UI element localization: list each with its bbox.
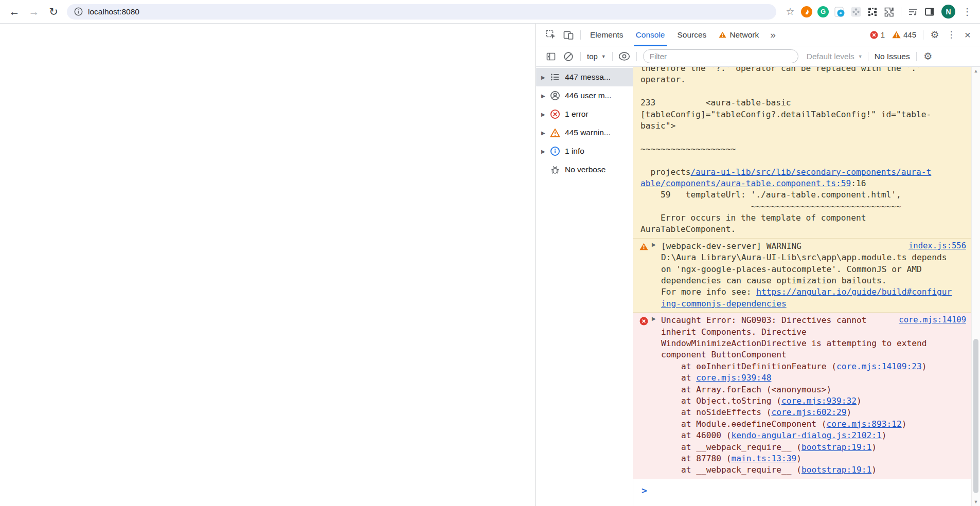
toolbar-divider [901,7,901,16]
tab-label: Sources [678,30,707,40]
console-link[interactable]: https://angular.io/guide/build#configur [756,287,952,297]
live-expression-eye-icon[interactable] [616,48,633,65]
console-toolbar-divider-5 [916,52,917,61]
sidebar-item-info[interactable]: ▶1 info [536,142,633,160]
more-tabs-chevron[interactable]: » [765,29,781,41]
console-filter-input[interactable] [643,49,798,63]
console-text: therefore the '?.' operator can be repla… [640,67,921,73]
expand-triangle-icon[interactable]: ▶ [652,316,656,321]
console-settings-icon[interactable]: ⚙ [920,50,936,62]
console-link[interactable]: core.mjs:939:32 [781,396,857,406]
page-content[interactable] [0,24,536,506]
expand-triangle-icon[interactable]: ▶ [541,93,550,99]
log-levels-dropdown[interactable]: Default levels ▼ [805,52,865,61]
console-link[interactable]: core.mjs:14109:23 [836,362,922,371]
tab-console[interactable]: Console [630,24,671,46]
source-location-link[interactable]: core.mjs:14109 [899,315,966,324]
console-text: ) [847,407,852,417]
sidebar-item-verbose[interactable]: No verbose [536,160,633,179]
console-link[interactable]: /aura-ui-lib/src/lib/secondary-component… [690,167,931,177]
console-text: at Array.forEach (<anonymous>) [661,385,831,394]
console-text: AuraTableComponent. [640,224,736,234]
browser-menu-icon[interactable]: ⋮ [959,4,975,20]
extensions-puzzle-icon[interactable] [881,4,897,20]
scrollbar-thumb[interactable] [973,339,978,493]
extension-gray-flower-icon[interactable] [848,4,864,20]
extension-orange-icon[interactable] [799,4,814,20]
sidebar-item-errors[interactable]: ▶1 error [536,105,633,123]
back-button[interactable]: ← [5,3,24,21]
forward-button[interactable]: → [25,3,43,21]
reading-list-icon[interactable] [905,4,921,20]
tab-sources[interactable]: Sources [671,24,713,46]
console-text: at Object.toString ( [661,396,781,406]
extension-grid-icon[interactable] [865,4,880,20]
url-bar[interactable]: localhost:8080 [67,4,776,20]
chevron-down-icon: ▼ [858,54,863,59]
console-text: at 46000 ( [661,430,731,440]
bookmark-star-icon[interactable]: ☆ [782,4,798,20]
site-info-icon[interactable] [74,7,83,16]
console-link[interactable]: able/components/aura-table.component.ts:… [640,178,851,188]
warning-count-badge[interactable]: 445 [892,30,916,39]
console-link[interactable]: bootstrap:19:1 [801,442,871,452]
console-text: at 87780 ( [661,454,731,463]
tab-label: Elements [590,30,623,40]
expand-triangle-icon[interactable]: ▶ [541,75,550,80]
console-link[interactable]: core.mjs:939:48 [696,373,771,383]
url-text: localhost:8080 [88,7,139,16]
extension-blue-arrow-icon[interactable] [832,4,847,20]
console-text: at noSideEffects ( [661,407,771,417]
error-count-badge[interactable]: 1 [870,30,885,39]
console-prompt-row[interactable]: > [633,479,971,496]
devtools-panel: ElementsConsoleSourcesNetwork » 1 445 ⚙ … [536,24,980,506]
console-link[interactable]: ing-commonjs-dependencies [661,299,787,309]
console-text: ) [902,419,907,429]
sidebar-item-warnings[interactable]: ▶445 warnin... [536,123,633,142]
console-link[interactable]: core.mjs:893:12 [827,419,902,429]
console-body: ▶447 messa...▶446 user m...▶1 error▶445 … [536,67,980,506]
console-text: basic"> [640,121,675,131]
sidebar-item-label: 1 info [565,147,584,156]
console-link[interactable]: kendo-angular-dialog.js:2102:1 [731,430,881,440]
console-text: ) [871,465,877,475]
console-sidebar-toggle-icon[interactable] [542,48,560,65]
source-location-link[interactable]: index.js:556 [908,241,966,250]
console-text: dependencies can cause optimization bail… [661,276,887,285]
console-text: D:\Aura Library\Aura-UI-Lib\src\app\app.… [661,252,947,262]
sidebar-item-label: 1 error [565,110,589,119]
console-text: :16 [851,178,866,188]
console-link[interactable]: bootstrap:19:1 [801,465,871,475]
console-prompt[interactable]: > [642,485,647,496]
console-link[interactable]: main.ts:13:39 [731,454,796,463]
inspect-element-icon[interactable] [542,26,560,44]
extension-grammarly-icon[interactable]: G [815,4,831,20]
console-scrollbar[interactable]: ▲ ▼ [971,67,980,506]
expand-triangle-icon[interactable]: ▶ [541,130,550,136]
tab-elements[interactable]: Elements [584,24,630,46]
sidebar-item-messages[interactable]: ▶447 messa... [536,68,633,86]
scroll-up-arrow[interactable]: ▲ [972,68,980,74]
error-icon [870,31,878,39]
console-link[interactable]: core.mjs:602:29 [771,407,846,417]
clear-console-icon[interactable] [560,48,577,65]
device-toolbar-icon[interactable] [560,26,577,44]
expand-triangle-icon[interactable]: ▶ [541,149,550,154]
devtools-menu-icon[interactable]: ⋮ [943,29,959,40]
side-panel-icon[interactable] [922,4,937,20]
scroll-down-arrow[interactable]: ▼ [972,499,980,504]
profile-avatar[interactable]: N [941,5,955,19]
expand-triangle-icon[interactable]: ▶ [541,112,550,117]
message-text: [webpack-dev-server] WARNINGD:\Aura Libr… [640,241,967,310]
console-sidebar: ▶447 messa...▶446 user m...▶1 error▶445 … [536,67,633,506]
sidebar-item-user-messages[interactable]: ▶446 user m... [536,86,633,105]
devtools-close-icon[interactable]: × [959,29,976,41]
console-warning-message: therefore the '?.' operator can be repla… [633,67,971,239]
expand-triangle-icon[interactable]: ▶ [652,242,656,247]
javascript-context-selector[interactable]: top ▼ [584,52,609,61]
sidebar-item-label: 446 user m... [565,91,611,100]
issues-counter[interactable]: No Issues [871,52,913,61]
reload-button[interactable]: ↻ [44,3,63,21]
devtools-settings-icon[interactable]: ⚙ [926,29,943,41]
tab-network[interactable]: Network [712,24,765,46]
